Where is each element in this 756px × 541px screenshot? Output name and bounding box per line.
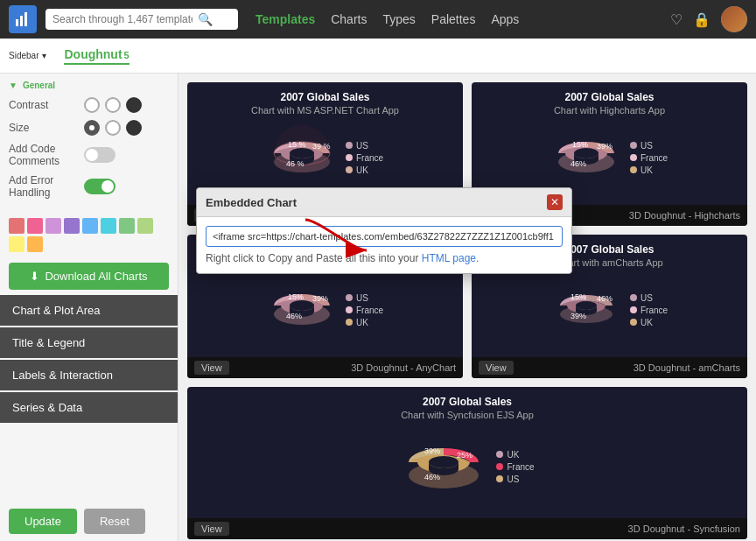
chart-legend-0: US France UK <box>346 141 383 175</box>
tab-doughnut[interactable]: Doughnut5 <box>64 47 129 65</box>
doughnut-1: 46% 15% 39% <box>551 123 621 193</box>
view-btn-4[interactable]: View <box>194 522 229 536</box>
size-large[interactable] <box>126 120 142 136</box>
nav-link-apps[interactable]: Apps <box>491 12 519 26</box>
svg-text:46%: 46% <box>570 159 586 168</box>
view-btn-3[interactable]: View <box>479 361 514 375</box>
size-radio-group <box>84 120 142 136</box>
swatch-4[interactable] <box>82 218 98 234</box>
chart-legend-1: US France UK <box>630 141 668 175</box>
add-error-toggle[interactable] <box>84 179 116 194</box>
svg-text:39 %: 39 % <box>312 142 331 151</box>
swatch-1[interactable] <box>27 218 43 234</box>
general-header[interactable]: ▼ General <box>9 81 169 90</box>
legend-item-uk: UK <box>346 165 383 175</box>
svg-text:15%: 15% <box>288 292 304 301</box>
contrast-light[interactable] <box>84 97 100 113</box>
chart-subtitle-1: Chart with Highcharts App <box>480 105 738 116</box>
nav-link-templates[interactable]: Templates <box>256 12 315 26</box>
add-code-label: Add Code Comments <box>9 143 79 167</box>
add-code-toggle[interactable] <box>84 147 116 163</box>
swatch-8[interactable] <box>9 236 24 252</box>
size-medium[interactable] <box>105 120 121 136</box>
chart-visual-4: 46% 39% 25% UK France US <box>196 424 738 509</box>
download-all-btn[interactable]: ⬇ Download All Charts <box>9 263 169 290</box>
sidebar-item-series-data[interactable]: Series & Data <box>0 392 178 423</box>
chart-legend-2: US France UK <box>346 293 383 327</box>
sub-nav: Sidebar ▾ Doughnut5 <box>0 39 756 74</box>
add-error-row: Add Error Handling <box>9 174 169 199</box>
swatch-6[interactable] <box>119 218 135 234</box>
avatar-image <box>721 6 747 32</box>
chart-footer-2: View 3D Doughnut - AnyChart <box>187 357 463 378</box>
svg-text:46%: 46% <box>597 294 612 303</box>
size-label: Size <box>9 122 79 134</box>
sidebar-bottom-buttons: Update Reset <box>0 502 178 541</box>
download-btn-label: Download All Charts <box>45 270 147 283</box>
chart-footer-label-2: 3D Doughnut - AnyChart <box>351 362 456 373</box>
legend-dot-uk <box>346 166 353 173</box>
modal-hint: Right click to Copy and Paste all this i… <box>206 252 563 264</box>
chart-visual-2: 46% 15% 39% US France UK <box>196 271 454 348</box>
svg-text:25%: 25% <box>457 451 472 460</box>
contrast-medium[interactable] <box>105 97 121 113</box>
svg-point-20 <box>576 301 597 310</box>
modal-header: Embedded Chart ✕ <box>197 188 571 217</box>
sidebar-label: Sidebar <box>9 51 38 60</box>
legend-item-us: US <box>346 141 383 151</box>
svg-text:46 %: 46 % <box>286 159 304 168</box>
swatch-7[interactable] <box>137 218 153 234</box>
nav-link-types[interactable]: Types <box>382 12 415 26</box>
svg-text:15%: 15% <box>570 292 586 301</box>
nav-links: Templates Charts Types Palettes Apps <box>256 12 519 26</box>
add-code-row: Add Code Comments <box>9 143 169 167</box>
lock-icon[interactable]: 🔒 <box>693 11 710 28</box>
chart-title-1: 2007 Global Sales <box>480 91 738 103</box>
chart-card-inner-1: 2007 Global Sales Chart with Highcharts … <box>472 82 747 205</box>
app-logo[interactable] <box>9 5 37 33</box>
swatch-2[interactable] <box>46 218 61 234</box>
search-input[interactable] <box>52 13 192 25</box>
embed-code-input[interactable] <box>206 226 563 247</box>
sidebar-item-labels-interaction[interactable]: Labels & Interaction <box>0 360 178 390</box>
search-bar: 🔍 <box>46 9 238 30</box>
contrast-label: Contrast <box>9 99 79 111</box>
chart-footer-label-4: 3D Doughnut - Syncfusion <box>628 523 740 534</box>
triangle-icon: ▼ <box>9 81 18 90</box>
sidebar-item-title-legend[interactable]: Title & Legend <box>0 327 178 358</box>
update-button[interactable]: Update <box>9 509 77 534</box>
swatch-0[interactable] <box>9 218 24 234</box>
modal-close-button[interactable]: ✕ <box>547 194 563 210</box>
search-icon: 🔍 <box>198 12 213 26</box>
contrast-dark[interactable] <box>126 97 142 113</box>
chart-visual-3: 39% 15% 46% US France UK <box>480 271 738 348</box>
nav-link-charts[interactable]: Charts <box>331 12 367 26</box>
svg-text:39%: 39% <box>570 312 586 320</box>
nav-right: ♡ 🔒 <box>670 6 747 32</box>
nav-link-palettes[interactable]: Palettes <box>431 12 476 26</box>
avatar[interactable] <box>721 6 747 32</box>
chevron-down-icon: ▾ <box>42 51 46 60</box>
legend-item-france: France <box>346 153 383 163</box>
sidebar-toggle[interactable]: Sidebar ▾ <box>9 51 46 60</box>
reset-button[interactable]: Reset <box>84 509 145 534</box>
swatch-3[interactable] <box>64 218 80 234</box>
sidebar: ▼ General Contrast Size <box>0 74 178 541</box>
chart-visual-1: 46% 15% 39% US France UK <box>480 119 738 196</box>
embedded-chart-modal: Embedded Chart ✕ Right click to Copy and… <box>196 187 572 274</box>
chart-footer-4: View 3D Doughnut - Syncfusion <box>187 518 747 539</box>
doughnut-0: 46 % 15 % 39 % <box>267 123 337 193</box>
heart-icon[interactable]: ♡ <box>670 11 682 28</box>
swatch-5[interactable] <box>101 218 116 234</box>
swatch-9[interactable] <box>27 236 43 252</box>
sidebar-item-chart-plot[interactable]: Chart & Plot Area <box>0 295 178 326</box>
doughnut-3: 39% 15% 46% <box>551 275 621 345</box>
chart-subtitle-0: Chart with MS ASP.NET Chart App <box>196 105 454 116</box>
view-btn-2[interactable]: View <box>194 361 229 375</box>
svg-point-25 <box>429 456 458 468</box>
svg-text:39%: 39% <box>424 446 440 455</box>
chart-footer-label-3: 3D Doughnut - amCharts <box>634 362 740 373</box>
chart-visual-0: 46 % 15 % 39 % US France UK <box>196 119 454 196</box>
size-small[interactable] <box>84 120 100 136</box>
chart-footer-label-1: 3D Doughnut - Highcharts <box>629 210 740 221</box>
